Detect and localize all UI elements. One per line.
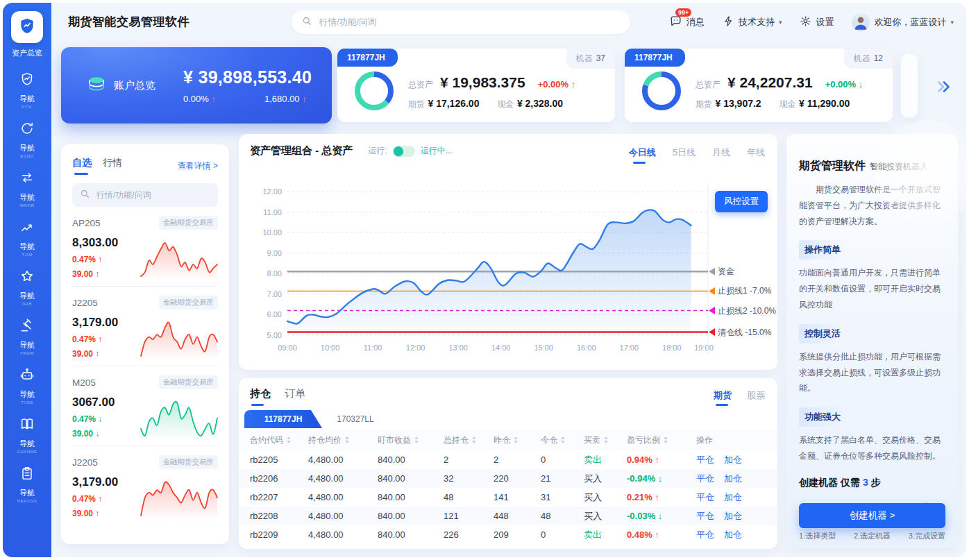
sidebar-item-2[interactable]: 导航EUDO — [3, 112, 51, 161]
column-header[interactable]: 合约代码 — [250, 434, 308, 446]
global-search[interactable] — [292, 10, 630, 34]
messages-button[interactable]: 99+ 消息 — [669, 15, 705, 30]
watchlist-search-input[interactable] — [95, 189, 211, 201]
view-details-link[interactable]: 查看详情 > — [178, 160, 218, 172]
table-header-row: 合约代码持仓均价盯市收益总持仓昨仓今仓买卖盈亏比例操作 — [239, 430, 777, 450]
table-row-rb2206[interactable]: rb22064,480.00 840.0032 22021 买入 -0.94% … — [239, 469, 777, 488]
total-assets-value: ¥ 19,983.375 — [440, 74, 525, 91]
column-header[interactable]: 盈亏比例 — [627, 434, 696, 446]
column-header[interactable]: 买卖 — [584, 434, 627, 446]
watchlist-panel: 自选行情查看详情 > AP205 金融期货交易所 8,303.00 0.47% … — [61, 144, 229, 544]
sidebar-item-assets-label[interactable]: 资产总览 — [12, 48, 42, 58]
account-overview-card[interactable]: 账户总览 ¥ 39,898,553.40 0.00% ↑ 1,680.00 ↑ — [61, 47, 332, 124]
market-tab-1[interactable]: 期货 — [714, 389, 732, 406]
create-robot-button[interactable]: 创建机器 > — [799, 503, 945, 528]
risk-settings-button[interactable]: 风控设置 — [715, 191, 768, 212]
search-input[interactable] — [318, 17, 621, 28]
close-position-link[interactable]: 平仓 — [696, 510, 714, 523]
sidebar-item-4[interactable]: 导航TJIM — [3, 210, 51, 260]
watchlist-item-M205[interactable]: M205 金融期货交易所 3067.00 0.47% ↓ 39.00 ↓ — [72, 366, 218, 446]
add-position-link[interactable]: 加仓 — [724, 510, 742, 523]
sort-icon — [472, 436, 476, 443]
sidebar-nav: 导航FYJL 导航EUDO 导航MAXW 导航TJIM 导航DAB 导航TWAW… — [3, 62, 51, 506]
sidebar-item-9[interactable]: 导航NEFIZSS — [3, 457, 51, 506]
svg-text:10:00: 10:00 — [321, 343, 340, 352]
close-position-link[interactable]: 平仓 — [696, 454, 714, 466]
cash-value: 现金 ¥ 11,290.00 — [780, 97, 850, 110]
account-id-tab[interactable]: 117877JH — [625, 49, 685, 67]
svg-text:12.00: 12.00 — [262, 187, 282, 196]
positions-tab-1[interactable]: 持仓 — [250, 387, 271, 406]
account-pct: +0.00% ↓ — [825, 79, 863, 90]
promo-section-2: 控制灵活 系统提供分批止损功能，用户可根据需求选择交易止损线，可设置多级止损功能… — [799, 324, 945, 396]
user-menu[interactable]: 欢迎你，蓝蓝设计 ▾ — [852, 13, 954, 31]
watchlist-search[interactable] — [72, 183, 218, 207]
account-id-tab[interactable]: 117877JH — [337, 49, 398, 67]
watchlist-item-AP205[interactable]: AP205 金融期货交易所 8,303.00 0.47% ↑ 39.00 ↑ — [72, 207, 218, 287]
support-label: 技术支持 — [739, 16, 775, 28]
range-tab-2[interactable]: 5日线 — [673, 146, 696, 164]
market-tab-2[interactable]: 股票 — [747, 389, 765, 406]
svg-text:09:00: 09:00 — [278, 343, 297, 352]
welcome-label: 欢迎你，蓝蓝设计 — [874, 16, 946, 28]
settings-button[interactable]: 设置 — [800, 15, 834, 29]
header-actions: 99+ 消息 技术支持 ▾ 设置 欢迎你，蓝蓝设计 ▾ — [669, 3, 954, 42]
app-logo[interactable] — [11, 11, 43, 43]
promo-step-labels: 1.选择类型2.选定机器3.完成设置 — [799, 531, 945, 541]
next-cards-button[interactable] — [930, 75, 958, 99]
watchlist-item-J2205[interactable]: J2205 金融期货交易所 3,179.00 0.47% ↑ 39.00 ↑ — [72, 446, 218, 525]
svg-text:6.00: 6.00 — [267, 310, 282, 319]
promo-section-1: 操作简单 功能面向普通用户开发，只需进行简单的开关和数值设置，即可开启实时交易风… — [799, 240, 945, 312]
total-assets-label: 总资产 — [696, 79, 721, 91]
account-subtab-1[interactable]: 117877JH — [244, 410, 322, 428]
overview-change: 1,680.00 ↑ — [264, 94, 307, 104]
range-tab-1[interactable]: 今日线 — [629, 146, 656, 164]
add-position-link[interactable]: 加仓 — [724, 473, 742, 485]
book-icon — [19, 416, 35, 434]
sidebar-item-7[interactable]: 导航TVSE — [3, 358, 51, 407]
messages-label: 消息 — [686, 16, 705, 28]
close-position-link[interactable]: 平仓 — [696, 473, 714, 485]
range-tab-4[interactable]: 年线 — [747, 146, 765, 164]
svg-text:14:00: 14:00 — [491, 343, 511, 352]
chevron-down-icon: ▾ — [779, 19, 782, 26]
table-row-rb2208[interactable]: rb22084,480.00 840.00121 44848 买入 -0.03%… — [239, 507, 777, 525]
column-header[interactable]: 昨仓 — [494, 434, 541, 446]
column-header[interactable]: 盯市收益 — [378, 434, 444, 446]
table-row-rb2207[interactable]: rb22074,480.00 840.0048 14131 买入 0.21% ↑… — [239, 488, 777, 507]
table-row-rb2209[interactable]: rb22094,480.00 840.00226 2090 卖出 0.48% ↑… — [239, 525, 777, 544]
asset-line-chart: 5.00 6.00 7.00 8.00 9.00 10.00 11.00 12.… — [239, 167, 777, 365]
range-tab-3[interactable]: 月线 — [712, 146, 730, 164]
promo-sections: 操作简单 功能面向普通用户开发，只需进行简单的开关和数值设置，即可开启实时交易风… — [799, 240, 945, 464]
sidebar-item-8[interactable]: 导航CHXNME — [3, 407, 51, 457]
column-header[interactable]: 总持仓 — [444, 434, 494, 446]
add-position-link[interactable]: 加仓 — [724, 529, 742, 541]
sidebar-item-3[interactable]: 导航MAXW — [3, 161, 51, 210]
close-position-link[interactable]: 平仓 — [696, 529, 714, 541]
positions-tab-2[interactable]: 订单 — [285, 387, 305, 406]
sidebar-item-1[interactable]: 导航FYJL — [3, 62, 51, 112]
add-position-link[interactable]: 加仓 — [724, 491, 742, 504]
overview-amount: ¥ 39,898,553.40 — [183, 67, 312, 87]
column-header[interactable]: 今仓 — [541, 434, 584, 446]
account-subtab-2[interactable]: 170327LL — [317, 410, 394, 428]
account-card[interactable]: 117877JH 机器37 总资产 ¥ 19,983.375 +0.00% ↑ … — [337, 49, 615, 122]
sidebar-item-6[interactable]: 导航TWAW — [3, 309, 51, 358]
table-row-rb2205[interactable]: rb22054,480.00 840.002 20 卖出 0.94% ↑ 平仓 … — [239, 450, 777, 469]
add-position-link[interactable]: 加仓 — [724, 454, 742, 466]
sort-icon — [345, 436, 349, 443]
page-title: 期货智能交易管理软件 — [68, 14, 189, 30]
run-toggle[interactable] — [393, 146, 415, 157]
sidebar-item-5[interactable]: 导航DAB — [3, 260, 51, 309]
watchlist-tab-2[interactable]: 行情 — [103, 157, 122, 175]
close-position-link[interactable]: 平仓 — [696, 491, 714, 504]
watchlist-item-J2205[interactable]: J2205 金融期货交易所 3,179.00 0.47% ↑ 39.00 ↑ — [72, 287, 218, 366]
star-icon — [19, 269, 35, 287]
account-card[interactable]: 117877JH 机器12 总资产 ¥ 24,2207.31 +0.00% ↓ … — [625, 49, 893, 122]
chart-title: 资产管理组合 - 总资产 — [250, 144, 353, 158]
tech-support-menu[interactable]: 技术支持 ▾ — [723, 15, 782, 29]
column-header[interactable]: 持仓均价 — [308, 434, 378, 446]
watchlist-tab-1[interactable]: 自选 — [72, 157, 92, 175]
gear-icon — [800, 15, 811, 29]
chat-bubble-icon — [669, 15, 682, 30]
